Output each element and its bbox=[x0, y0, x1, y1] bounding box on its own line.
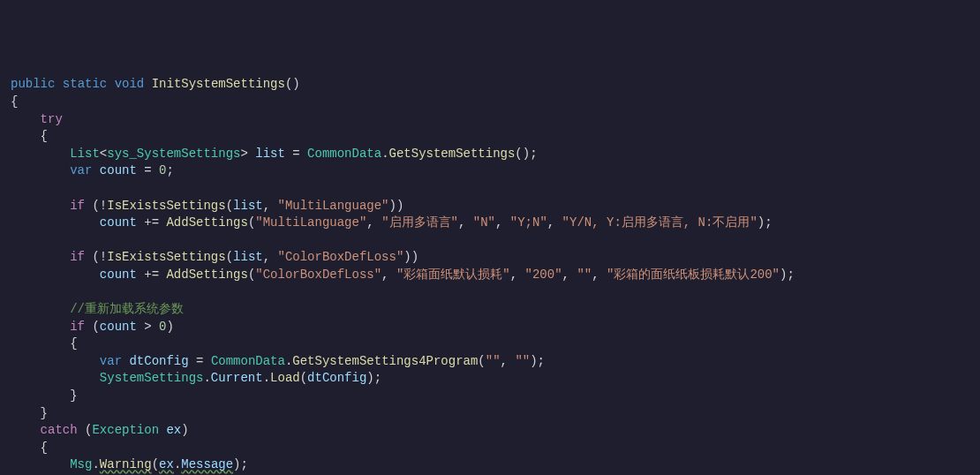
open-brace: { bbox=[70, 336, 77, 351]
angle-close: > bbox=[240, 147, 247, 161]
open-brace: { bbox=[41, 441, 48, 455]
parens-close: )) bbox=[389, 199, 404, 213]
paren-open: ( bbox=[92, 320, 99, 334]
paren-close: ); bbox=[366, 371, 381, 385]
code-line: Msg.Warning(ex.Message); bbox=[11, 456, 969, 474]
var-list: list bbox=[233, 250, 263, 264]
comma: , bbox=[562, 268, 577, 282]
paren-open: ( bbox=[92, 199, 99, 213]
dot: . bbox=[203, 371, 210, 385]
type-systemsettings: SystemSettings bbox=[100, 371, 204, 385]
string-literal: "N" bbox=[473, 215, 495, 230]
prop-message: Message bbox=[181, 457, 233, 471]
var-count: count bbox=[100, 320, 137, 334]
op-gt: > bbox=[137, 320, 159, 334]
keyword-void: void bbox=[115, 77, 145, 91]
dot: . bbox=[381, 147, 388, 161]
code-line: { bbox=[11, 128, 969, 146]
blank-line bbox=[11, 180, 969, 198]
keyword-var: var bbox=[100, 354, 122, 368]
close-brace: } bbox=[70, 388, 77, 403]
keyword-public: public bbox=[11, 77, 55, 91]
comma: , bbox=[592, 268, 607, 282]
dot: . bbox=[92, 457, 99, 471]
keyword-if: if bbox=[70, 199, 85, 213]
code-line: var dtConfig = CommonData.GetSystemSetti… bbox=[11, 353, 969, 371]
method-call: GetSystemSettings4Program bbox=[292, 354, 478, 368]
var-count: count bbox=[100, 163, 137, 177]
angle-open: < bbox=[100, 147, 107, 161]
method-call: Load bbox=[270, 371, 300, 385]
close-brace: } bbox=[41, 406, 48, 420]
string-literal: "" bbox=[486, 354, 501, 368]
comma: , bbox=[263, 199, 278, 213]
paren-close: ); bbox=[530, 354, 545, 368]
var-dtconfig: dtConfig bbox=[307, 371, 366, 385]
var-list: list bbox=[255, 147, 285, 161]
method-call: AddSettings bbox=[166, 268, 247, 282]
type-msg: Msg bbox=[70, 457, 92, 471]
var-dtconfig: dtConfig bbox=[129, 354, 188, 368]
code-line: //重新加载系统参数 bbox=[11, 301, 969, 319]
var-ex: ex bbox=[159, 457, 174, 471]
generic-type: sys_SystemSettings bbox=[107, 147, 240, 161]
comma: , bbox=[381, 268, 396, 282]
paren-open: ( bbox=[226, 250, 233, 264]
keyword-if: if bbox=[70, 250, 85, 264]
semicolon: ; bbox=[166, 163, 173, 177]
op-not: ! bbox=[100, 250, 107, 264]
dot: . bbox=[263, 371, 270, 385]
string-literal: "启用多语言" bbox=[381, 215, 458, 230]
code-line: try bbox=[11, 111, 969, 129]
string-literal: "彩箱的面纸纸板损耗默认200" bbox=[607, 268, 780, 282]
comma: , bbox=[501, 354, 516, 368]
op-eq: = bbox=[196, 354, 203, 368]
op-pluseq: += bbox=[137, 268, 167, 282]
comma: , bbox=[263, 250, 278, 264]
blank-line bbox=[11, 284, 969, 302]
parens: () bbox=[285, 77, 300, 91]
comma: , bbox=[510, 268, 525, 282]
blank-line bbox=[11, 232, 969, 250]
string-literal: "ColorBoxDefLoss" bbox=[255, 268, 381, 282]
code-line: { bbox=[11, 336, 969, 353]
var-count: count bbox=[100, 215, 137, 230]
string-literal: "MultiLanguage" bbox=[255, 215, 366, 230]
type-exception: Exception bbox=[92, 423, 159, 437]
keyword-static: static bbox=[63, 77, 107, 91]
open-brace: { bbox=[41, 129, 48, 143]
comment: //重新加载系统参数 bbox=[70, 302, 184, 316]
string-literal: "" bbox=[577, 268, 592, 282]
code-line: List<sys_SystemSettings> list = CommonDa… bbox=[11, 146, 969, 163]
code-line: { bbox=[11, 94, 969, 111]
paren-open: ( bbox=[92, 250, 99, 264]
paren-close: ); bbox=[758, 215, 773, 230]
paren-close: ) bbox=[166, 320, 173, 334]
paren-open: ( bbox=[152, 457, 159, 471]
string-literal: "彩箱面纸默认损耗" bbox=[396, 268, 510, 282]
code-editor[interactable]: public static void InitSystemSettings(){… bbox=[11, 76, 969, 475]
code-line: public static void InitSystemSettings() bbox=[11, 76, 969, 94]
string-literal: "Y/N, Y:启用多语言, N:不启用" bbox=[562, 215, 758, 230]
paren-close: ) bbox=[181, 423, 188, 437]
paren-close: ); bbox=[233, 457, 248, 471]
comma: , bbox=[366, 215, 381, 230]
parens: (); bbox=[515, 147, 537, 161]
string-literal: "MultiLanguage" bbox=[278, 199, 389, 213]
var-count: count bbox=[100, 268, 137, 282]
keyword-var: var bbox=[70, 163, 92, 177]
string-literal: "ColorBoxDefLoss" bbox=[278, 250, 404, 264]
code-line: } bbox=[11, 388, 969, 405]
op-pluseq: += bbox=[137, 215, 167, 230]
paren-close: ); bbox=[780, 268, 795, 282]
method-call: IsExistsSettings bbox=[107, 250, 225, 264]
paren-open: ( bbox=[300, 371, 307, 385]
string-literal: "" bbox=[515, 354, 530, 368]
method-name: InitSystemSettings bbox=[152, 77, 285, 91]
prop-current: Current bbox=[211, 371, 263, 385]
code-line: count += AddSettings("ColorBoxDefLoss", … bbox=[11, 267, 969, 284]
code-line: if (!IsExistsSettings(list, "ColorBoxDef… bbox=[11, 249, 969, 267]
var-list: list bbox=[233, 199, 263, 213]
method-warning: Warning bbox=[100, 457, 152, 471]
type-commondata: CommonData bbox=[307, 147, 381, 161]
